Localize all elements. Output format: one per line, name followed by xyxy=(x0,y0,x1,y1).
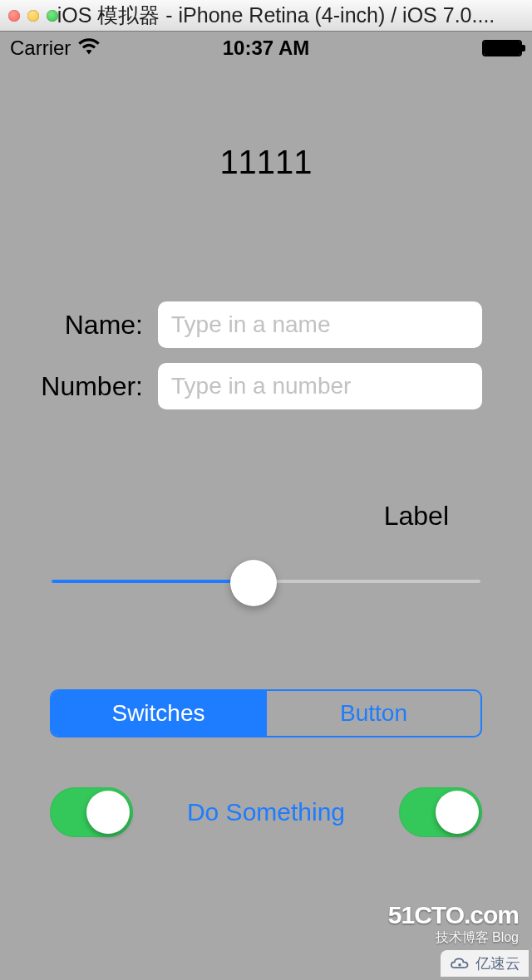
heading-label: 11111 xyxy=(17,144,515,181)
name-row: Name: xyxy=(17,301,515,348)
number-row: Number: xyxy=(17,363,515,409)
slider-thumb[interactable] xyxy=(230,560,277,606)
watermark-line2: 技术博客 Blog xyxy=(388,929,519,947)
close-window-icon[interactable] xyxy=(8,10,20,22)
form-section: Name: Number: xyxy=(17,301,515,409)
svg-point-0 xyxy=(458,963,461,966)
number-input[interactable] xyxy=(158,363,482,409)
switch-left-knob xyxy=(86,791,130,834)
slider[interactable] xyxy=(52,556,480,606)
switch-right[interactable] xyxy=(399,787,482,837)
name-input[interactable] xyxy=(158,301,482,348)
mac-window-titlebar: iOS 模拟器 - iPhone Retina (4-inch) / iOS 7… xyxy=(0,0,532,32)
cloud-icon xyxy=(449,956,470,971)
carrier-label: Carrier xyxy=(10,37,71,60)
segmented-control[interactable]: Switches Button xyxy=(50,689,482,737)
window-title: iOS 模拟器 - iPhone Retina (4-inch) / iOS 7… xyxy=(28,2,524,29)
watermark-line1: 51CTO.com xyxy=(388,901,519,929)
name-label: Name: xyxy=(17,310,158,341)
wifi-icon xyxy=(77,37,101,60)
watermark-yisu: 亿速云 xyxy=(441,950,529,977)
slider-label: Label xyxy=(17,501,515,532)
switch-left[interactable] xyxy=(50,787,133,837)
ios-status-bar: Carrier 10:37 AM xyxy=(0,32,532,65)
number-label: Number: xyxy=(17,371,158,402)
segment-button[interactable]: Button xyxy=(265,691,480,736)
bottom-row: Do Something xyxy=(50,787,482,837)
do-something-button[interactable]: Do Something xyxy=(187,798,345,826)
status-time: 10:37 AM xyxy=(180,37,351,60)
watermark-yisu-text: 亿速云 xyxy=(475,953,520,973)
switch-right-knob xyxy=(436,791,479,834)
slider-track-fill xyxy=(52,580,254,583)
app-content: 11111 Name: Number: Label Switches Butto… xyxy=(0,144,532,837)
watermark-51cto: 51CTO.com 技术博客 Blog xyxy=(388,901,519,947)
segment-switches[interactable]: Switches xyxy=(52,691,265,736)
battery-icon xyxy=(482,40,522,56)
